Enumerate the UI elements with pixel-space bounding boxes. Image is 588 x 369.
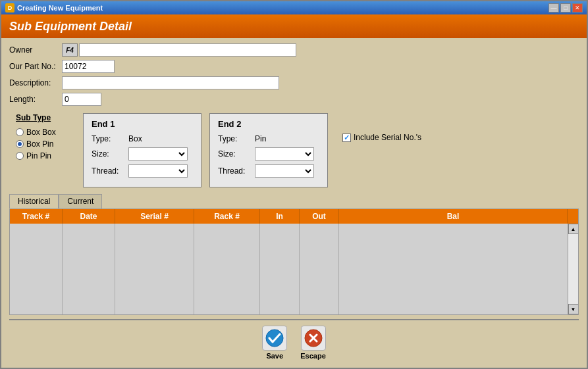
serial-check-area: ✓ Include Serial No.'s bbox=[342, 133, 421, 142]
end1-thread-select[interactable] bbox=[128, 164, 188, 178]
our-part-no-input[interactable] bbox=[62, 60, 115, 73]
end2-thread-label: Thread: bbox=[218, 166, 251, 176]
end2-type-label: Type: bbox=[218, 134, 251, 143]
end2-type-row: Type: Pin bbox=[218, 134, 319, 143]
col-body-track bbox=[10, 224, 63, 314]
close-button[interactable]: ✕ bbox=[572, 3, 583, 12]
end2-thread-select[interactable] bbox=[255, 164, 314, 178]
save-button[interactable]: Save bbox=[262, 326, 287, 360]
end2-title: End 2 bbox=[218, 119, 319, 129]
col-in: In bbox=[260, 209, 300, 224]
include-serial-checkbox[interactable]: ✓ bbox=[342, 134, 351, 142]
end2-size-label: Size: bbox=[218, 149, 251, 159]
escape-button[interactable]: Escape bbox=[300, 326, 326, 360]
end2-thread-row: Thread: bbox=[218, 164, 319, 178]
radio-box-pin[interactable]: Box Pin bbox=[16, 139, 75, 149]
end1-size-label: Size: bbox=[92, 149, 124, 159]
save-label: Save bbox=[266, 352, 283, 360]
radio-circle-pin-pin bbox=[16, 152, 24, 160]
middle-section: Sub Type Box Box Box Pin Pin Pin End 1 bbox=[9, 113, 579, 187]
description-label: Description: bbox=[9, 78, 62, 87]
length-row: Length: bbox=[9, 93, 579, 106]
length-input[interactable] bbox=[62, 93, 101, 106]
length-label: Length: bbox=[9, 95, 62, 104]
header-bar: Sub Equipment Detail bbox=[1, 14, 587, 38]
page-title: Sub Equipment Detail bbox=[9, 20, 132, 34]
escape-icon-container bbox=[301, 326, 326, 351]
save-icon bbox=[265, 328, 284, 348]
col-out: Out bbox=[300, 209, 339, 224]
col-serial: Serial # bbox=[115, 209, 194, 224]
end1-thread-row: Thread: bbox=[92, 164, 193, 178]
header-scrollbar-spacer bbox=[568, 209, 578, 224]
end1-size-row: Size: bbox=[92, 147, 193, 160]
checkmark-icon: ✓ bbox=[344, 134, 350, 142]
tab-current[interactable]: Current bbox=[59, 194, 102, 209]
description-input[interactable] bbox=[62, 76, 279, 89]
end2-size-row: Size: bbox=[218, 147, 319, 160]
title-bar-text: Creating New Equipment bbox=[17, 4, 103, 12]
radio-circle-box-pin bbox=[16, 140, 24, 148]
tabs-container: Historical Current Track # Date Serial #… bbox=[9, 194, 579, 315]
minimize-button[interactable]: — bbox=[548, 3, 559, 12]
save-icon-container bbox=[262, 326, 287, 351]
main-content: Owner F4 Our Part No.: Description: Leng… bbox=[1, 38, 587, 369]
tab-bar: Historical Current bbox=[9, 194, 579, 209]
radio-pin-pin[interactable]: Pin Pin bbox=[16, 151, 75, 160]
title-bar-buttons: — □ ✕ bbox=[548, 3, 583, 12]
title-bar-left: D Creating New Equipment bbox=[5, 3, 103, 12]
table-scrollbar: ▲ ▼ bbox=[568, 224, 578, 314]
col-bal: Bal bbox=[339, 209, 568, 224]
end2-box: End 2 Type: Pin Size: Thread: bbox=[209, 113, 328, 187]
end1-type-row: Type: Box bbox=[92, 134, 193, 143]
col-body-out bbox=[300, 224, 339, 314]
end1-size-select[interactable] bbox=[128, 147, 188, 160]
table-wrapper: Track # Date Serial # Rack # In Out Bal bbox=[9, 209, 579, 315]
end2-type-value: Pin bbox=[255, 134, 266, 143]
owner-row: Owner F4 bbox=[9, 43, 579, 57]
col-date: Date bbox=[63, 209, 115, 224]
app-icon: D bbox=[5, 3, 14, 12]
col-body-in bbox=[260, 224, 300, 314]
end2-size-select[interactable] bbox=[255, 147, 314, 160]
table-header: Track # Date Serial # Rack # In Out Bal bbox=[10, 209, 578, 224]
end1-box: End 1 Type: Box Size: Thread: bbox=[83, 113, 201, 187]
end1-type-value: Box bbox=[128, 134, 142, 143]
end1-thread-label: Thread: bbox=[92, 166, 124, 176]
scrollbar-track bbox=[568, 234, 578, 304]
owner-input[interactable] bbox=[79, 43, 296, 57]
col-rack: Rack # bbox=[194, 209, 260, 224]
end1-type-label: Type: bbox=[92, 134, 124, 143]
radio-circle-box-box bbox=[16, 128, 24, 136]
description-row: Description: bbox=[9, 76, 579, 89]
scroll-up-button[interactable]: ▲ bbox=[568, 224, 579, 234]
owner-label: Owner bbox=[9, 45, 62, 55]
our-part-no-label: Our Part No.: bbox=[9, 62, 62, 71]
our-part-no-row: Our Part No.: bbox=[9, 60, 579, 73]
radio-box-box[interactable]: Box Box bbox=[16, 128, 75, 137]
owner-f4-button[interactable]: F4 bbox=[62, 43, 78, 57]
end1-title: End 1 bbox=[92, 119, 193, 129]
tab-historical[interactable]: Historical bbox=[9, 194, 59, 209]
col-body-rack bbox=[194, 224, 260, 314]
bottom-bar: Save Escape bbox=[9, 320, 579, 365]
sub-type-box: Sub Type Box Box Box Pin Pin Pin bbox=[9, 113, 75, 187]
col-body-bal bbox=[339, 224, 568, 314]
maximize-button[interactable]: □ bbox=[560, 3, 571, 12]
col-body-serial bbox=[115, 224, 194, 314]
main-window: D Creating New Equipment — □ ✕ Sub Equip… bbox=[0, 0, 588, 369]
sub-type-title: Sub Type bbox=[16, 113, 75, 122]
escape-label: Escape bbox=[300, 352, 326, 360]
title-bar: D Creating New Equipment — □ ✕ bbox=[1, 1, 587, 14]
col-track: Track # bbox=[10, 209, 63, 224]
scroll-down-button[interactable]: ▼ bbox=[568, 304, 579, 314]
table-body: ▲ ▼ bbox=[10, 224, 578, 314]
col-body-date bbox=[63, 224, 115, 314]
escape-icon bbox=[304, 328, 323, 348]
include-serial-label: Include Serial No.'s bbox=[354, 133, 421, 142]
